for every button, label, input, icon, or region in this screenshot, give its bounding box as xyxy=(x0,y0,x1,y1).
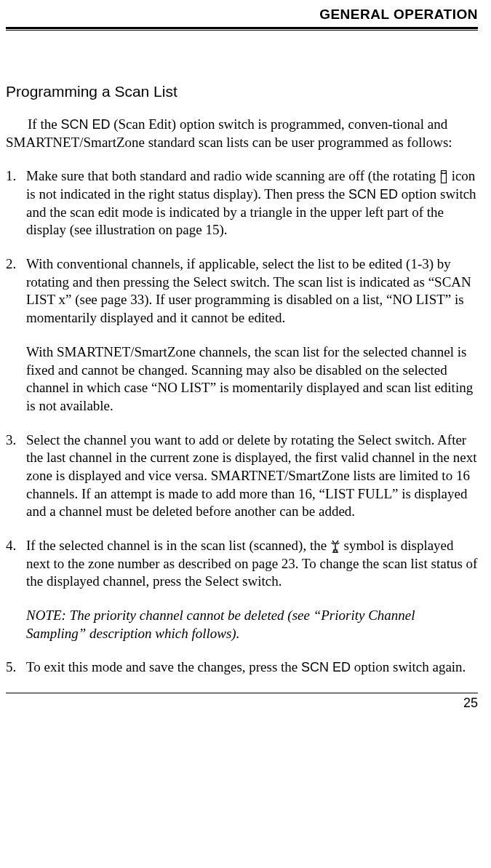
rotating-scan-icon xyxy=(439,170,448,183)
svg-line-7 xyxy=(331,543,334,544)
steps-list: Make sure that both standard and radio w… xyxy=(6,167,478,677)
section-title: Programming a Scan List xyxy=(6,81,478,101)
step-1-text: Make sure that both standard and radio w… xyxy=(26,167,478,239)
document-page: GENERAL OPERATION Programming a Scan Lis… xyxy=(0,0,491,721)
step-5: To exit this mode and save the changes, … xyxy=(6,658,478,677)
scn-ed-label: SCN ED xyxy=(301,660,351,674)
step-1-text-a: Make sure that both standard and radio w… xyxy=(26,168,439,183)
step-4-text-a: If the selected channel is in the scan l… xyxy=(26,538,330,553)
step-2-text-b: With SMARTNET/SmartZone channels, the sc… xyxy=(26,343,478,415)
step-4: If the selected channel is in the scan l… xyxy=(6,537,478,642)
page-header: GENERAL OPERATION xyxy=(6,6,478,27)
header-rule-thick xyxy=(6,27,478,29)
scn-ed-label: SCN ED xyxy=(348,187,398,202)
step-3-text: Select the channel you want to add or de… xyxy=(26,431,478,521)
step-2: With conventional channels, if applicabl… xyxy=(6,255,478,415)
intro-paragraph: If the SCN ED (Scan Edit) option switch … xyxy=(6,116,478,151)
intro-text-a: If the xyxy=(28,116,60,132)
scn-ed-label: SCN ED xyxy=(60,117,110,132)
antenna-icon xyxy=(330,540,340,553)
svg-line-8 xyxy=(337,543,340,544)
page-number: 25 xyxy=(6,693,478,712)
step-5-text-b: option switch again. xyxy=(351,659,466,674)
step-3: Select the channel you want to add or de… xyxy=(6,431,478,521)
page-content: Programming a Scan List If the SCN ED (S… xyxy=(6,31,478,677)
step-4-note: NOTE: The priority channel cannot be del… xyxy=(26,607,478,642)
step-5-text-a: To exit this mode and save the changes, … xyxy=(26,659,301,674)
step-5-text: To exit this mode and save the changes, … xyxy=(26,658,478,677)
step-4-text: If the selected channel is in the scan l… xyxy=(26,537,478,591)
step-2-text-a: With conventional channels, if applicabl… xyxy=(26,255,478,327)
step-1: Make sure that both standard and radio w… xyxy=(6,167,478,239)
